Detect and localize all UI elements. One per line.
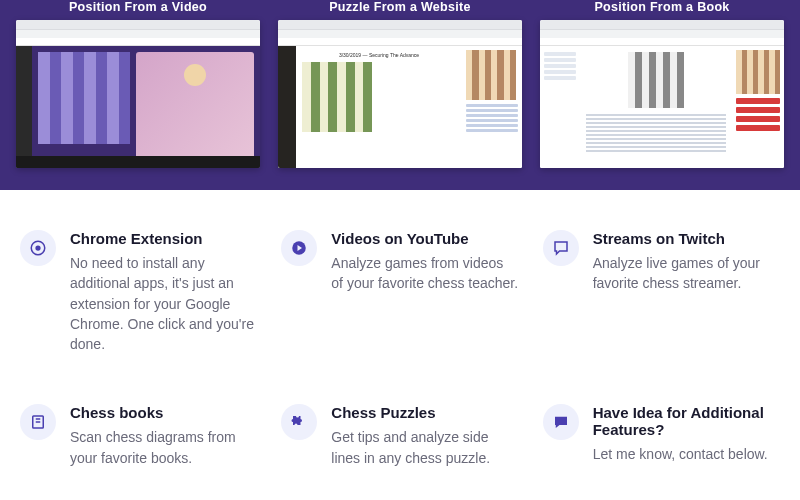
feature-title: Streams on Twitch [593,230,780,247]
message-icon [543,404,579,440]
feature-desc: Analyze games from videos of your favori… [331,253,518,294]
feature-desc: Get tips and analyze side lines in any c… [331,427,518,468]
feature-desc: Scan chess diagrams from your favorite b… [70,427,257,468]
feature-title: Chess Puzzles [331,404,518,421]
puzzle-icon [281,404,317,440]
chess-board-icon [302,62,372,132]
feature-desc: No need to install any additional apps, … [70,253,257,354]
feature-desc: Let me know, contact below. [593,444,780,464]
features-section: Chrome Extension No need to install any … [0,190,800,500]
feature-title: Have Idea for Additional Features? [593,404,780,438]
thumb-website: 3/30/2019 — Securing The Advance [278,20,522,168]
chess-board-icon [38,52,130,144]
feature-youtube: Videos on YouTube Analyze games from vid… [281,230,518,354]
hero-title-video: Position From a Video [16,0,260,14]
chrome-icon [20,230,56,266]
feature-title: Videos on YouTube [331,230,518,247]
hero-col-video: Position From a Video [16,0,260,168]
play-icon [281,230,317,266]
feature-title: Chess books [70,404,257,421]
book-icon [20,404,56,440]
feature-title: Chrome Extension [70,230,257,247]
feature-puzzles: Chess Puzzles Get tips and analyze side … [281,404,518,468]
feature-books: Chess books Scan chess diagrams from you… [20,404,257,468]
hero-title-website: Puzzle From a Website [278,0,522,14]
svg-point-1 [35,245,40,250]
feature-idea: Have Idea for Additional Features? Let m… [543,404,780,468]
hero-col-book: Position From a Book [540,0,784,168]
chess-board-icon [628,52,684,108]
hero-section: Position From a Video Puzzle From a Webs… [0,0,800,190]
thumb-book [540,20,784,168]
chat-icon [543,230,579,266]
thumb-video [16,20,260,168]
feature-desc: Analyze live games of your favorite ches… [593,253,780,294]
feature-twitch: Streams on Twitch Analyze live games of … [543,230,780,354]
feature-chrome: Chrome Extension No need to install any … [20,230,257,354]
hero-col-website: Puzzle From a Website 3/30/2019 — Securi… [278,0,522,168]
hero-title-book: Position From a Book [540,0,784,14]
